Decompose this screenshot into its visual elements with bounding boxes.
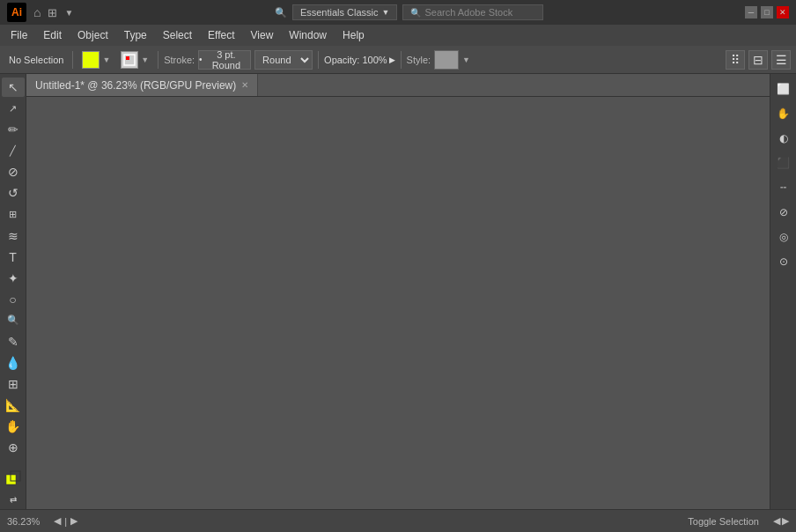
menu-effect[interactable]: Effect: [201, 27, 241, 43]
panel-appearance[interactable]: ⊘: [772, 201, 795, 224]
swap-colors[interactable]: ⇄: [2, 490, 25, 509]
opacity-chevron[interactable]: ▶: [389, 55, 395, 64]
left-toolbar: ↖ ↗ ✏ ╱ ⊘ ↺ ⊞ ≋ T ✦ ○ 🔍 ✎ 💧 ⊞ 📐 ✋ ⊕ ⇄: [0, 74, 26, 509]
canvas-scroll-area: Untitled-1* @ 36.23% (RGB/GPU Preview) ✕: [26, 74, 770, 509]
panel-symbol[interactable]: ◐: [772, 127, 795, 150]
close-button[interactable]: ✕: [777, 6, 789, 18]
no-selection-label: No Selection: [5, 53, 67, 67]
align-button[interactable]: ⠿: [726, 50, 745, 70]
stroke-icon-dropdown[interactable]: ▼: [141, 55, 149, 64]
tool-measure[interactable]: ✎: [2, 332, 25, 351]
menu-type[interactable]: Type: [117, 27, 154, 43]
workspace-selector[interactable]: Essentials Classic ▼: [292, 4, 398, 20]
tool-symbol[interactable]: 💧: [2, 353, 25, 373]
menu-file[interactable]: File: [4, 27, 34, 43]
tool-direct-select[interactable]: ↗: [2, 99, 25, 118]
menu-window[interactable]: Window: [282, 27, 334, 43]
stroke-spinbox[interactable]: • 3 pt. Round: [198, 50, 251, 70]
tool-eyedropper[interactable]: 🔍: [2, 311, 25, 330]
fill-dropdown[interactable]: ▼: [102, 55, 110, 64]
opacity-section: Opacity: 100% ▶: [324, 55, 395, 65]
home-icon[interactable]: ⌂: [33, 5, 41, 19]
panel-align[interactable]: ⊙: [772, 250, 795, 273]
document-tab[interactable]: Untitled-1* @ 36.23% (RGB/GPU Preview) ✕: [26, 74, 258, 96]
tool-warp[interactable]: ≋: [2, 226, 25, 246]
tool-column-graph[interactable]: ⊞: [2, 374, 25, 394]
fill-color-swatch[interactable]: [82, 51, 100, 69]
stroke-icon[interactable]: [121, 51, 138, 69]
search-stock-icon: 🔍: [275, 7, 287, 18]
stroke-icon-group: ▼: [117, 49, 152, 70]
tool-mesh[interactable]: ✦: [2, 269, 25, 288]
divider4: [401, 51, 402, 69]
divider3: [318, 51, 319, 69]
right-panel: ⬜ ✋ ◐ ⬛ ╌ ⊘ ◎ ⊙: [770, 74, 796, 509]
minimize-button[interactable]: ─: [745, 6, 757, 18]
divider1: [72, 51, 73, 69]
panel-transform[interactable]: ◎: [772, 225, 795, 248]
opacity-value-group: 100% ▶: [362, 55, 394, 65]
fill-tool-swatch[interactable]: [2, 469, 25, 488]
tool-brush[interactable]: ╱: [2, 141, 25, 160]
svg-rect-1: [126, 56, 129, 60]
zoom-status: 36.23%: [7, 516, 40, 527]
toolbar: No Selection ▼ ▼ Stroke: • 3 pt. Round R…: [0, 46, 796, 74]
status-nav: ◀ | ▶: [54, 515, 674, 527]
opacity-label: Opacity:: [324, 55, 359, 65]
tool-zoom[interactable]: ⊕: [2, 438, 25, 457]
style-dropdown[interactable]: ▼: [462, 55, 470, 64]
menu-help[interactable]: Help: [335, 27, 372, 43]
search-icon: 🔍: [410, 8, 421, 18]
main-area: ↖ ↗ ✏ ╱ ⊘ ↺ ⊞ ≋ T ✦ ○ 🔍 ✎ 💧 ⊞ 📐 ✋ ⊕ ⇄ Un…: [0, 74, 796, 509]
stroke-value: 3 pt. Round: [203, 49, 250, 70]
page-indicator: |: [64, 516, 67, 527]
tool-gradient[interactable]: ○: [2, 290, 25, 309]
tool-rotate[interactable]: ↺: [2, 183, 25, 203]
doc-tab-area: Untitled-1* @ 36.23% (RGB/GPU Preview) ✕: [26, 74, 770, 97]
tool-artboard[interactable]: 📐: [2, 395, 25, 415]
menu-edit[interactable]: Edit: [36, 27, 69, 43]
document-tab-title: Untitled-1* @ 36.23% (RGB/GPU Preview): [35, 79, 236, 92]
toolbar-right: ⠿ ⊟ ☰: [726, 50, 791, 70]
workspace-label: Essentials Classic: [300, 7, 379, 18]
layout-dropdown[interactable]: ▼: [64, 8, 73, 18]
layout-icon[interactable]: ⊞: [48, 6, 57, 19]
title-bar-left: Ai ⌂ ⊞ ▼: [7, 3, 73, 22]
distribute-button[interactable]: ⊟: [748, 50, 768, 70]
tool-scale[interactable]: ⊞: [2, 204, 25, 224]
title-bar: Ai ⌂ ⊞ ▼ 🔍 Essentials Classic ▼ 🔍 Search…: [0, 0, 796, 25]
more-options-button[interactable]: ☰: [771, 50, 791, 70]
tool-hand[interactable]: ✋: [2, 417, 25, 436]
tool-pen[interactable]: ✏: [2, 120, 25, 139]
search-stock[interactable]: 🔍 Search Adobe Stock: [402, 4, 543, 20]
menu-bar: File Edit Object Type Select Effect View…: [0, 25, 796, 46]
panel-stroke[interactable]: ╌: [772, 176, 795, 199]
panel-gradient[interactable]: ⬛: [772, 151, 795, 174]
window-controls: ─ □ ✕: [745, 6, 789, 18]
title-bar-center: 🔍 Essentials Classic ▼ 🔍 Search Adobe St…: [275, 4, 544, 20]
panel-color[interactable]: ⬜: [772, 78, 795, 100]
fill-color-group: ▼: [78, 49, 114, 70]
toggle-selection: Toggle Selection: [688, 516, 759, 527]
tool-eraser[interactable]: ⊘: [2, 162, 25, 181]
ai-logo: Ai: [7, 3, 26, 22]
toggle-label: Toggle Selection: [688, 516, 759, 527]
menu-object[interactable]: Object: [70, 27, 115, 43]
style-swatch[interactable]: [434, 50, 459, 70]
zoom-value: 36.23%: [7, 516, 40, 527]
style-label: Style:: [407, 55, 431, 65]
status-next[interactable]: ▶: [782, 515, 789, 527]
document-tab-close[interactable]: ✕: [241, 80, 248, 90]
opacity-value: 100%: [362, 55, 387, 65]
menu-view[interactable]: View: [244, 27, 281, 43]
status-prev[interactable]: ◀: [773, 515, 780, 527]
next-page[interactable]: ▶: [70, 515, 77, 527]
panel-brush[interactable]: ✋: [772, 102, 795, 125]
prev-page[interactable]: ◀: [54, 515, 61, 527]
maximize-button[interactable]: □: [761, 6, 773, 18]
tool-select[interactable]: ↖: [2, 78, 25, 97]
stroke-type-select[interactable]: Round Flat Square: [254, 50, 313, 70]
tool-graph[interactable]: T: [2, 248, 25, 267]
workspace-chevron: ▼: [382, 8, 390, 17]
menu-select[interactable]: Select: [156, 27, 199, 43]
